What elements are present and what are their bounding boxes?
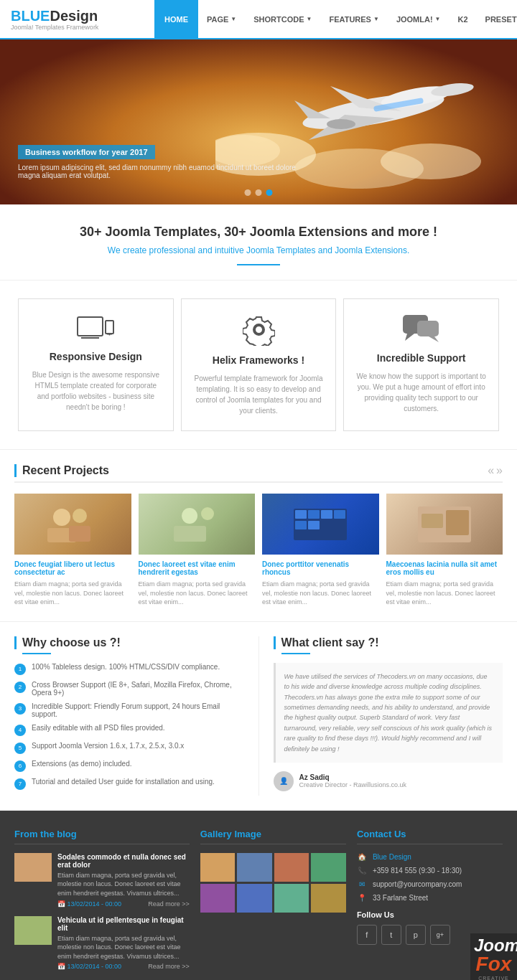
feature-desc-support: We know how the support is important to … [355, 371, 488, 414]
gallery-thumb-5[interactable] [200, 884, 236, 913]
hero-dot-2[interactable] [256, 189, 262, 196]
why-choose-list: 1 100% Tableless design. 100% HTML/CSS/D… [14, 663, 244, 790]
why-item-2: 2 Cross Browser Support (IE 8+, Safari, … [14, 681, 244, 697]
project-image-4 [386, 494, 503, 555]
project-link-4[interactable]: Maecoenas lacinia nulla sit amet eros mo… [386, 560, 503, 576]
feature-card-helix: Helix Frameworks ! Powerful template fra… [181, 298, 337, 431]
footer-blog-title: From the blog [14, 829, 190, 844]
hero-description: Lorem ipsum adipiscing elit, sed diam no… [18, 164, 320, 179]
gallery-thumb-6[interactable] [237, 884, 272, 913]
blog-desc-1: Etiam diam magna, porta sed gravida vel,… [57, 871, 190, 898]
nav-item-joomla[interactable]: JOOMLA! ▼ [388, 0, 450, 39]
testimonial-title: What client say ?! [274, 636, 503, 649]
svg-point-25 [182, 508, 197, 524]
intro-subtext: We create professional and intuitive Joo… [22, 245, 495, 255]
contact-item-phone: 📞 +359 814 555 (9:30 - 18:30) [357, 867, 503, 875]
svg-rect-14 [106, 321, 113, 334]
social-googleplus[interactable]: g+ [430, 925, 450, 945]
intro-heading: 30+ Joomla Templates, 30+ Joomla Extensi… [22, 225, 495, 240]
footer-blog-col: From the blog Sodales commodo et nulla d… [14, 829, 190, 979]
gear-icon [192, 314, 325, 346]
gallery-thumb-3[interactable] [274, 853, 309, 882]
svg-rect-29 [295, 510, 307, 519]
feature-desc-helix: Powerful template framework for Joomla t… [192, 373, 325, 416]
hero-caption: Business workflow for year 2017 [18, 145, 155, 159]
main-nav: HOME PAGE ▼ SHORTCODE ▼ FEATURES ▼ JOOML… [154, 0, 517, 39]
logo-rest: Design [50, 8, 98, 24]
svg-rect-33 [295, 521, 307, 529]
follow-us-title: Follow Us [357, 910, 503, 919]
hero-dots [245, 189, 273, 196]
feature-card-support: Incredible Support We know how the suppo… [343, 298, 499, 431]
svg-point-21 [53, 509, 70, 526]
recent-projects-section: Recent Projects « » Donec feugiat libero… [0, 450, 517, 622]
svg-point-23 [73, 509, 87, 523]
project-link-2[interactable]: Donec laoreet est vitae enim hendrerit e… [139, 560, 256, 576]
blog-thumb-2 [14, 916, 52, 945]
social-facebook[interactable]: f [357, 925, 377, 945]
gallery-thumb-2[interactable] [237, 853, 272, 882]
hero-dot-3[interactable] [266, 189, 273, 196]
gallery-thumb-1[interactable] [200, 853, 236, 882]
gallery-thumb-8[interactable] [311, 884, 346, 913]
blog-thumb-1 [14, 853, 52, 882]
projects-title: Recent Projects [14, 464, 109, 477]
project-card-2: Donec laoreet est vitae enim hendrerit e… [139, 494, 256, 607]
blog-date-1: 📅 13/02/2014 - 00:00 [57, 900, 121, 908]
project-image-2 [139, 494, 256, 555]
gallery-grid [200, 853, 346, 913]
contact-site-link[interactable]: Blue Design [373, 853, 411, 861]
blog-read-1[interactable]: Read more >> [148, 900, 190, 908]
svg-marker-20 [429, 336, 439, 342]
project-desc-2: Etiam diam magna; porta sed gravida vel,… [139, 580, 256, 607]
gallery-thumb-4[interactable] [311, 853, 346, 882]
next-arrow[interactable]: » [496, 464, 503, 477]
why-item-3: 3 Incredible Support: Friendly Forum sup… [14, 702, 244, 718]
logo-title: BLUEDesign [11, 8, 154, 24]
responsive-icon [29, 314, 162, 342]
nav-item-page[interactable]: PAGE ▼ [198, 0, 245, 39]
project-image-1 [14, 494, 131, 555]
nav-item-k2[interactable]: K2 [450, 0, 477, 39]
section-header-projects: Recent Projects « » [14, 464, 503, 483]
svg-rect-32 [334, 510, 345, 519]
logo-area: BLUEDesign Joomla! Templates Framework [11, 8, 154, 31]
project-desc-4: Etiam diam magna; porta sed gravida vel,… [386, 580, 503, 607]
blog-title-2[interactable]: Vehicula ut id pellentesque in feugiat e… [57, 916, 190, 932]
blog-content-1: Sodales commodo et nulla donec sed erat … [57, 853, 190, 908]
testimonial-text: We have utilised the services of Thecode… [274, 663, 503, 763]
project-nav-arrows[interactable]: « » [488, 464, 503, 477]
author-avatar: 👤 [274, 771, 294, 791]
prev-arrow[interactable]: « [488, 464, 494, 477]
project-image-3 [262, 494, 379, 555]
footer: From the blog Sodales commodo et nulla d… [0, 811, 517, 980]
svg-rect-30 [308, 510, 320, 519]
gallery-thumb-7[interactable] [274, 884, 309, 913]
svg-point-27 [201, 507, 214, 520]
project-link-1[interactable]: Donec feugiat libero ut lectus consectet… [14, 560, 131, 576]
svg-rect-13 [81, 337, 99, 339]
footer-grid: From the blog Sodales commodo et nulla d… [14, 829, 503, 979]
nav-item-home[interactable]: HOME [154, 0, 198, 39]
testimonial-col: What client say ?! We have utilised the … [259, 636, 503, 796]
author-role: Creative Director - Rawillusions.co.uk [299, 781, 407, 788]
project-desc-1: Etiam diam magna; porta sed gravida vel,… [14, 580, 131, 607]
project-link-3[interactable]: Donec porttitor venenatis rhoncus [262, 560, 379, 576]
social-twitter[interactable]: t [381, 925, 401, 945]
nav-item-features[interactable]: FEATURES ▼ [320, 0, 387, 39]
nav-item-shortcode[interactable]: SHORTCODE ▼ [245, 0, 320, 39]
why-choose-title: Why choose us ?! [14, 636, 244, 649]
footer-gallery-col: Gallery Image [200, 829, 346, 979]
blog-title-1[interactable]: Sodales commodo et nulla donec sed erat … [57, 853, 190, 869]
hero-text-overlay: Business workflow for year 2017 Lorem ip… [18, 145, 499, 179]
svg-marker-9 [294, 100, 330, 118]
logo-blue: BLUE [11, 8, 50, 24]
blog-read-2[interactable]: Read more >> [148, 963, 190, 970]
svg-rect-19 [417, 321, 439, 336]
social-pinterest[interactable]: p [406, 925, 426, 945]
why-item-1: 1 100% Tableless design. 100% HTML/CSS/D… [14, 663, 244, 675]
nav-item-presets[interactable]: PRESETS ▼ [477, 0, 517, 39]
hero-dot-1[interactable] [245, 189, 251, 196]
blog-date-2: 📅 13/02/2014 - 00:00 [57, 963, 121, 970]
feature-title-helix: Helix Frameworks ! [192, 354, 325, 366]
